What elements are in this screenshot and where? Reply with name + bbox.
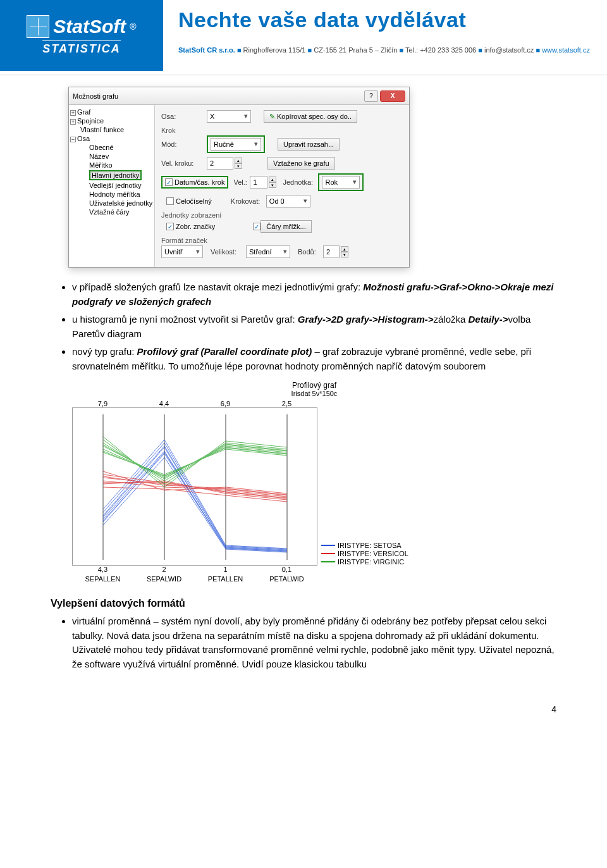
points-input[interactable]: 2 bbox=[323, 245, 340, 258]
tree-item-meritko[interactable]: Měřítko bbox=[89, 161, 113, 169]
tree-item-vlastni-funkce[interactable]: Vlastní funkce bbox=[80, 126, 124, 133]
list-item: v případě složených grafů lze nastavit o… bbox=[72, 280, 556, 309]
unit-select[interactable]: Rok bbox=[322, 176, 360, 189]
step-size-label: Vel. kroku: bbox=[161, 159, 207, 167]
tree-item-nazev[interactable]: Název bbox=[89, 152, 109, 160]
list-item: nový typ grafu: Profilový graf (Parallel… bbox=[72, 345, 556, 373]
slogan: Nechte vaše data vydělávat bbox=[178, 8, 607, 32]
mark-size-label: Velikost: bbox=[211, 248, 246, 256]
mode-label: Mód: bbox=[161, 140, 207, 148]
expand-icon[interactable]: + bbox=[70, 110, 76, 116]
tree-item-uzivatelske[interactable]: Uživatelské jednotky bbox=[89, 199, 152, 207]
unit-label: Jednotka: bbox=[283, 178, 318, 186]
copy-spec-button[interactable]: ✎Kopírovat spec. osy do.. bbox=[264, 110, 357, 123]
feature-list: v případě složených grafů lze nastavit o… bbox=[51, 280, 556, 373]
feature-list-2: virtuální proměnná – systém nyní dovolí,… bbox=[51, 614, 556, 671]
options-tree[interactable]: +Graf +Spojnice Vlastní funkce −Osa Obec… bbox=[69, 105, 155, 267]
mode-highlight: Ručně bbox=[207, 135, 265, 153]
points-spinner[interactable]: ▴▾ bbox=[341, 246, 348, 257]
tree-item-hodnoty-meritka[interactable]: Hodnoty měřítka bbox=[89, 190, 140, 198]
mode-select[interactable]: Ručně bbox=[211, 138, 261, 151]
logo-subtext: STATISTICA bbox=[42, 40, 120, 56]
section-heading: Vylepšení datových formátů bbox=[51, 598, 556, 609]
tree-item-vedlejsi-jednotky[interactable]: Vedlejší jednotky bbox=[89, 182, 142, 189]
top-axis-values: 7,9 4,4 6,9 2,5 bbox=[72, 400, 317, 407]
step-spinner[interactable]: ▴▾ bbox=[235, 158, 242, 169]
tree-item-graf[interactable]: Graf bbox=[77, 108, 90, 116]
page-number: 4 bbox=[0, 704, 607, 727]
tree-item-spojnice[interactable]: Spojnice bbox=[77, 117, 104, 125]
step-from-label: Krokovat: bbox=[231, 197, 266, 205]
grid-lines-checkbox[interactable] bbox=[253, 223, 261, 230]
step-from-select[interactable]: Od 0 bbox=[266, 195, 310, 208]
tree-item-hlavni-jednotky[interactable]: Hlavní jednotky bbox=[89, 170, 142, 180]
logo-text: StatSoft bbox=[53, 16, 126, 37]
dialog-title: Možnosti grafu bbox=[73, 92, 118, 100]
size-spinner[interactable]: ▴▾ bbox=[269, 177, 276, 188]
mark-size-select[interactable]: Střední bbox=[246, 245, 290, 258]
bottom-axis-values: 4,3 2 1 0,1 bbox=[72, 566, 317, 573]
tree-item-obecne[interactable]: Obecné bbox=[89, 144, 114, 151]
tree-item-vztazne-cary[interactable]: Vztažné čáry bbox=[89, 208, 130, 216]
size-label: Vel.: bbox=[233, 178, 250, 186]
list-item: u histogramů je nyní možnost vytvořit si… bbox=[72, 313, 556, 341]
edit-range-button[interactable]: Upravit rozsah... bbox=[278, 138, 340, 151]
logo-block: StatSoft ® STATISTICA bbox=[0, 0, 163, 71]
size-input[interactable]: 1 bbox=[250, 176, 267, 189]
datetime-highlight: Datum/čas. krok bbox=[161, 176, 228, 189]
relative-to-graph-button[interactable]: Vztaženo ke grafu bbox=[267, 157, 335, 170]
expand-icon[interactable]: + bbox=[70, 119, 76, 125]
step-section-label: Krok bbox=[161, 127, 403, 134]
datetime-step-checkbox[interactable]: Datum/čas. krok bbox=[165, 178, 224, 186]
step-size-input[interactable]: 2 bbox=[207, 157, 233, 170]
axis-select[interactable]: X bbox=[207, 110, 251, 123]
collapse-icon[interactable]: − bbox=[70, 137, 76, 142]
list-item: virtuální proměnná – systém nyní dovolí,… bbox=[72, 614, 556, 671]
pencil-icon: ✎ bbox=[269, 113, 275, 121]
show-marks-checkbox[interactable]: Zobr. značky bbox=[166, 223, 215, 230]
close-button[interactable]: X bbox=[380, 90, 405, 102]
mark-format-label: Formát značek bbox=[161, 237, 403, 244]
grid-lines-button[interactable]: Čáry mřížk... bbox=[261, 220, 311, 233]
tree-item-osa[interactable]: Osa bbox=[77, 135, 90, 142]
page-header: StatSoft ® STATISTICA Nechte vaše data v… bbox=[0, 0, 607, 75]
options-form: Osa: X ✎Kopírovat spec. osy do.. Krok Mó… bbox=[155, 105, 409, 267]
contact-line: StatSoft CR s.r.o. ■ Ringhofferova 115/1… bbox=[178, 46, 607, 54]
axis-label: Osa: bbox=[161, 113, 207, 120]
display-units-label: Jednotky zobrazení bbox=[161, 211, 403, 219]
help-button[interactable]: ? bbox=[364, 90, 378, 102]
points-label: Bodů: bbox=[298, 248, 323, 256]
category-labels: SEPALLEN SEPALWID PETALLEN PETALWID bbox=[72, 575, 317, 583]
chart-legend: IRISTYPE: SETOSA IRISTYPE: VERSICOL IRIS… bbox=[321, 542, 408, 566]
chart-canvas bbox=[72, 407, 317, 566]
parallel-coordinate-chart: Profilový graf Irisdat 5v*150c 7,9 4,4 6… bbox=[72, 381, 556, 583]
chart-subtitle: Irisdat 5v*150c bbox=[72, 390, 556, 397]
inside-select[interactable]: Uvnitř bbox=[161, 245, 203, 258]
unit-highlight: Rok bbox=[318, 173, 364, 191]
integer-checkbox[interactable]: Celočíselný bbox=[166, 197, 212, 205]
logo-icon bbox=[27, 15, 49, 38]
chart-title: Profilový graf bbox=[72, 381, 556, 390]
graph-options-dialog: Možnosti grafu ? X +Graf +Spojnice Vlast… bbox=[68, 87, 410, 268]
